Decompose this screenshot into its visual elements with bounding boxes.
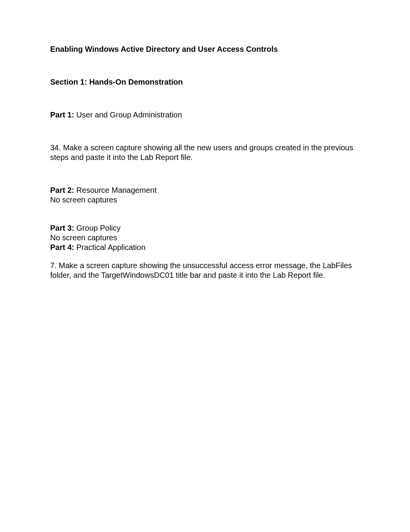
part-4-title: Practical Application — [76, 243, 146, 252]
part-1-title: User and Group Administration — [76, 110, 182, 119]
part-2-header: Part 2: Resource Management — [50, 185, 362, 195]
part-4-header: Part 4: Practical Application — [50, 243, 362, 252]
part-3-label: Part 3: — [50, 224, 76, 232]
part-3-note: No screen captures — [50, 233, 362, 243]
part-3-header: Part 3: Group Policy — [50, 223, 362, 233]
part-1-block: Part 1: User and Group Administration 34… — [50, 110, 362, 162]
part-2-note: No screen captures — [50, 195, 362, 205]
part-3-title: Group Policy — [76, 224, 121, 232]
part-4-label: Part 4: — [50, 243, 76, 252]
document-title: Enabling Windows Active Directory and Us… — [50, 44, 362, 54]
part-1-label: Part 1: — [50, 110, 76, 119]
part-1-header: Part 1: User and Group Administration — [50, 110, 362, 120]
part-2-title: Resource Management — [76, 186, 157, 194]
part-3-block: Part 3: Group Policy No screen captures — [50, 223, 362, 243]
part-1-instruction: 34. Make a screen capture showing all th… — [50, 143, 362, 162]
part-4-block: Part 4: Practical Application 7. Make a … — [50, 243, 362, 280]
part-2-label: Part 2: — [50, 186, 76, 194]
part-4-instruction: 7. Make a screen capture showing the uns… — [50, 261, 362, 280]
section-1-heading: Section 1: Hands-On Demonstration — [50, 77, 362, 87]
part-2-block: Part 2: Resource Management No screen ca… — [50, 185, 362, 205]
